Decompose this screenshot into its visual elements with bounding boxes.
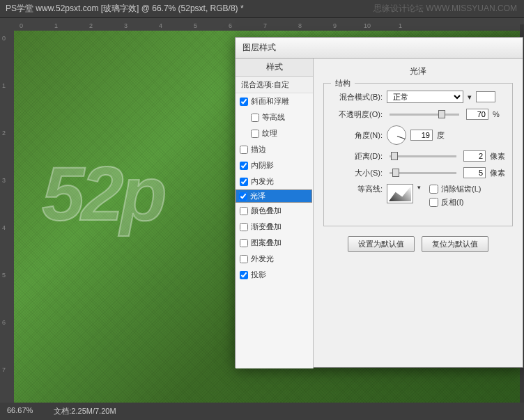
opacity-slider[interactable] <box>390 114 459 116</box>
glass-text-effect: 52p <box>42 149 164 238</box>
style-checkbox[interactable] <box>240 98 248 106</box>
style-item-10[interactable]: 外发光 <box>236 251 313 267</box>
style-item-8[interactable]: 渐变叠加 <box>236 219 313 235</box>
style-item-2[interactable]: 纹理 <box>236 125 313 141</box>
blend-mode-select[interactable]: 正常 <box>387 91 463 103</box>
antialias-checkbox[interactable] <box>429 185 438 194</box>
style-list-panel: 样式 混合选项:自定 斜面和浮雕等高线纹理描边内阴影内发光光泽颜色叠加渐变叠加图… <box>236 59 314 368</box>
contour-picker[interactable] <box>387 184 413 203</box>
style-checkbox[interactable] <box>240 207 248 215</box>
style-checkbox[interactable] <box>251 130 259 138</box>
style-item-1[interactable]: 等高线 <box>236 109 313 125</box>
size-slider[interactable] <box>390 172 456 174</box>
style-item-11[interactable]: 投影 <box>236 267 313 283</box>
structure-group-label: 结构 <box>331 78 355 88</box>
angle-input[interactable] <box>410 130 433 141</box>
size-input[interactable] <box>463 167 486 178</box>
layer-style-dialog: 图层样式 样式 混合选项:自定 斜面和浮雕等高线纹理描边内阴影内发光光泽颜色叠加… <box>235 37 523 368</box>
angle-knob[interactable] <box>387 125 406 145</box>
style-item-4[interactable]: 内阴影 <box>236 157 313 173</box>
opacity-input[interactable] <box>466 109 488 120</box>
status-bar: 66.67% 文档:2.25M/7.20M <box>0 403 524 420</box>
style-item-0[interactable]: 斜面和浮雕 <box>236 93 313 109</box>
invert-checkbox[interactable] <box>429 198 438 207</box>
angle-label: 角度(N): <box>331 130 383 141</box>
style-list-header[interactable]: 样式 <box>236 59 313 77</box>
style-checkbox[interactable] <box>239 192 247 201</box>
style-checkbox[interactable] <box>240 146 248 154</box>
options-panel: 光泽 结构 混合模式(B): 正常 ▾ 不透明度(O): % 角度(N): <box>314 59 523 368</box>
size-label: 大小(S): <box>331 168 383 178</box>
dialog-title: 图层样式 <box>236 38 523 59</box>
blend-options-row[interactable]: 混合选项:自定 <box>236 77 313 93</box>
style-item-5[interactable]: 内发光 <box>236 173 313 189</box>
distance-input[interactable] <box>463 150 486 162</box>
contour-label: 等高线: <box>331 184 383 194</box>
zoom-level[interactable]: 66.67% <box>7 406 33 417</box>
reset-default-button[interactable]: 复位为默认值 <box>422 236 488 252</box>
style-checkbox[interactable] <box>240 178 248 186</box>
options-title: 光泽 <box>323 65 513 77</box>
distance-label: 距离(D): <box>331 151 383 162</box>
watermark-text: 思缘设计论坛 WWW.MISSYUAN.COM <box>373 3 517 15</box>
style-item-3[interactable]: 描边 <box>236 141 313 157</box>
style-checkbox[interactable] <box>240 223 248 231</box>
opacity-label: 不透明度(O): <box>331 109 383 120</box>
blend-mode-label: 混合模式(B): <box>331 92 383 102</box>
style-checkbox[interactable] <box>240 239 248 247</box>
distance-slider[interactable] <box>390 155 456 157</box>
style-item-7[interactable]: 颜色叠加 <box>236 203 313 219</box>
style-checkbox[interactable] <box>251 114 259 122</box>
style-checkbox[interactable] <box>240 255 248 263</box>
set-default-button[interactable]: 设置为默认值 <box>348 236 415 252</box>
style-item-9[interactable]: 图案叠加 <box>236 235 313 251</box>
style-checkbox[interactable] <box>240 271 248 279</box>
style-checkbox[interactable] <box>240 162 248 170</box>
doc-size: 文档:2.25M/7.20M <box>54 406 116 417</box>
vertical-ruler: 01234567 <box>0 31 14 407</box>
horizontal-ruler: 0123456789101 <box>0 18 524 31</box>
style-item-6[interactable]: 光泽 <box>236 189 312 203</box>
color-swatch[interactable] <box>476 91 495 102</box>
